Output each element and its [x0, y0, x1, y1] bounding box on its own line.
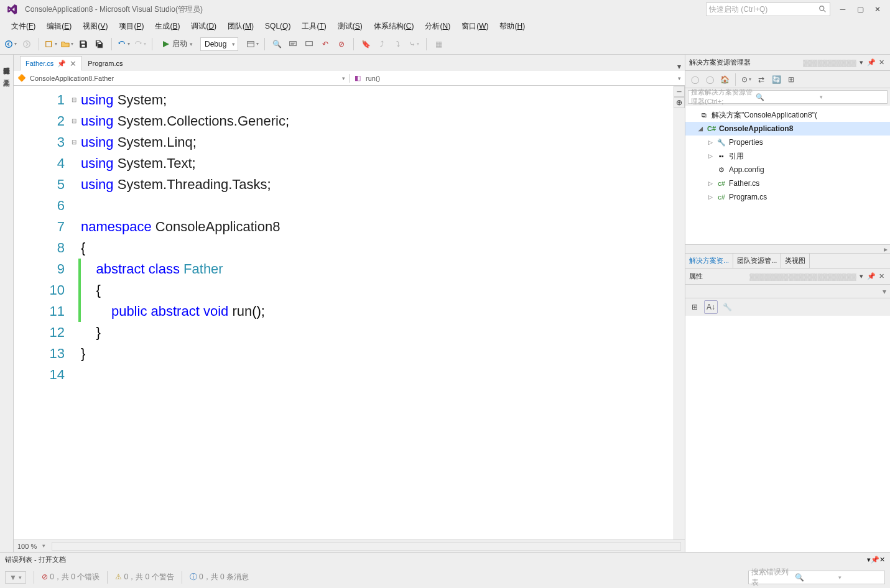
se-refresh-button[interactable]: ⇄ — [754, 73, 768, 86]
se-back-button[interactable]: ◯ — [688, 73, 702, 86]
se-scope-button[interactable]: ⊙ — [739, 73, 753, 86]
appconfig-node[interactable]: ⚙App.config — [685, 163, 890, 177]
find-button[interactable]: 🔍 — [270, 37, 284, 51]
menu-团队m[interactable]: 团队(M) — [223, 20, 259, 33]
new-project-button[interactable] — [44, 37, 58, 51]
tab-team-explorer[interactable]: 团队资源管... — [733, 254, 781, 268]
server-explorer-tab[interactable]: 服务器资源管理器 — [1, 60, 12, 65]
se-sync-button[interactable]: 🔄 — [769, 73, 783, 86]
panel-close-button[interactable]: ✕ — [876, 58, 886, 67]
svg-rect-8 — [98, 42, 101, 44]
config-combo[interactable]: Debug — [200, 37, 238, 51]
warning-count[interactable]: ⚠ 0，共 0 个警告 — [115, 572, 174, 582]
split-button[interactable]: ─ — [674, 86, 685, 97]
menu-生成b[interactable]: 生成(B) — [150, 20, 185, 33]
prop-combo[interactable]: ▾ — [685, 285, 890, 298]
error-count[interactable]: ⊘ 0，共 0 个错误 — [42, 572, 100, 582]
bookmark-button[interactable]: 🔖 — [359, 37, 373, 51]
message-count[interactable]: ⓘ 0，共 0 条消息 — [190, 572, 249, 582]
nav-forward-button[interactable] — [20, 37, 34, 51]
tab-overflow-button[interactable]: ▾ — [674, 62, 685, 71]
redo-button[interactable] — [133, 37, 147, 51]
toolbox-tab[interactable]: 工具箱 — [1, 72, 12, 77]
properties-node[interactable]: ▷🔧Properties — [685, 136, 890, 149]
step-button-1[interactable]: ⤴ — [375, 37, 389, 51]
prop-pin-button[interactable]: 📌 — [866, 272, 876, 280]
maximize-button[interactable]: ▢ — [851, 2, 869, 16]
menu-项目p[interactable]: 项目(P) — [114, 20, 149, 33]
minimize-button[interactable]: ─ — [834, 2, 851, 16]
menu-工具t[interactable]: 工具(T) — [297, 20, 331, 33]
references-node[interactable]: ▷▪▪引用 — [685, 149, 890, 163]
categorized-button[interactable]: ⊞ — [688, 300, 702, 314]
panel-options-button[interactable]: ▾ — [856, 58, 866, 67]
alphabetical-button[interactable]: A↓ — [704, 300, 718, 314]
tab-class-view[interactable]: 类视图 — [781, 254, 810, 268]
error-search-input[interactable]: 搜索错误列表 🔍▾ — [748, 571, 885, 584]
prop-close-button[interactable]: ✕ — [876, 272, 886, 280]
comment-button[interactable] — [286, 37, 300, 51]
menu-调试d[interactable]: 调试(D) — [186, 20, 221, 33]
member-nav-combo[interactable]: ◧ run() — [350, 74, 685, 83]
properties-grid[interactable] — [685, 316, 890, 552]
editor-footer: 100 % — [14, 540, 685, 552]
cs-file-icon: c# — [716, 192, 726, 202]
panel-pin-button[interactable]: 📌 — [866, 58, 876, 67]
search-icon — [818, 5, 827, 14]
solution-search-input[interactable]: 搜索解决方案资源管理器(Ctrl+; 🔍▾ — [688, 90, 888, 104]
tool-button-2[interactable]: ⊘ — [335, 37, 348, 51]
config-icon: ⚙ — [716, 165, 726, 175]
save-button[interactable] — [76, 37, 90, 51]
se-home-button[interactable]: 🏠 — [718, 73, 731, 86]
prop-options-button[interactable]: ▾ — [856, 272, 866, 280]
menu-编辑e[interactable]: 编辑(E) — [42, 20, 76, 33]
code-editor[interactable]: using System;using System.Collections.Ge… — [81, 86, 674, 540]
file-tab-father-cs[interactable]: Father.cs 📌 ✕ — [20, 56, 82, 71]
error-close-button[interactable]: ✕ — [879, 556, 885, 564]
menu-测试s[interactable]: 测试(S) — [333, 20, 368, 33]
step-button-3[interactable]: ⤷ — [407, 37, 421, 51]
menu-体系结构c[interactable]: 体系结构(C) — [369, 20, 419, 33]
expand-button[interactable]: ⊕ — [674, 97, 685, 108]
quick-launch-input[interactable]: 快速启动 (Ctrl+Q) — [706, 2, 830, 16]
father-cs-node[interactable]: ▷c#Father.cs — [685, 177, 890, 190]
save-all-button[interactable] — [93, 37, 106, 51]
svg-rect-4 — [46, 41, 52, 47]
menu-帮助h[interactable]: 帮助(H) — [494, 20, 530, 33]
open-file-button[interactable] — [60, 37, 74, 51]
vertical-scrollbar[interactable] — [674, 86, 685, 540]
project-node[interactable]: ◢C#ConsoleApplication8 — [685, 122, 890, 136]
browser-button[interactable] — [246, 37, 259, 51]
se-fwd-button[interactable]: ◯ — [703, 73, 716, 86]
step-button-2[interactable]: ⤵ — [391, 37, 405, 51]
se-showall-button[interactable]: ⊞ — [784, 73, 798, 86]
error-pin-button[interactable]: 📌 — [871, 556, 879, 564]
outline-column[interactable]: ⊟⊟⊟ — [70, 86, 78, 540]
menu-sqlq[interactable]: SQL(Q) — [260, 21, 295, 32]
file-tab-program-cs[interactable]: Program.cs — [82, 56, 128, 71]
filter-button[interactable]: ▼▾ — [5, 571, 26, 584]
close-icon[interactable]: ✕ — [70, 59, 76, 68]
menu-分析n[interactable]: 分析(N) — [420, 20, 455, 33]
nav-back-button[interactable] — [4, 37, 17, 51]
uncomment-button[interactable] — [302, 37, 316, 51]
tab-solution-explorer[interactable]: 解决方案资... — [685, 254, 733, 268]
menu-视图v[interactable]: 视图(V) — [78, 20, 113, 33]
solution-tree[interactable]: ⧉解决方案"ConsoleApplication8"( ◢C#ConsoleAp… — [685, 106, 890, 244]
undo-button[interactable] — [117, 37, 131, 51]
program-cs-node[interactable]: ▷c#Program.cs — [685, 190, 890, 204]
extra-button[interactable]: ▦ — [432, 37, 445, 51]
class-nav-combo[interactable]: 🔶 ConsoleApplication8.Father — [14, 74, 350, 83]
prop-pages-button[interactable]: 🔧 — [720, 300, 734, 314]
close-button[interactable]: ✕ — [869, 2, 886, 16]
svg-rect-14 — [306, 41, 313, 45]
vs-logo-icon — [4, 1, 20, 17]
zoom-combo[interactable]: 100 % — [17, 543, 45, 550]
horizontal-scrollbar[interactable] — [52, 542, 681, 551]
menu-文件f[interactable]: 文件(F) — [6, 20, 40, 33]
svg-point-3 — [24, 40, 30, 47]
menu-窗口w[interactable]: 窗口(W) — [457, 20, 493, 33]
tool-button-1[interactable]: ↶ — [318, 37, 332, 51]
start-debug-button[interactable]: 启动▾ — [157, 37, 198, 52]
solution-node[interactable]: ⧉解决方案"ConsoleApplication8"( — [685, 108, 890, 122]
